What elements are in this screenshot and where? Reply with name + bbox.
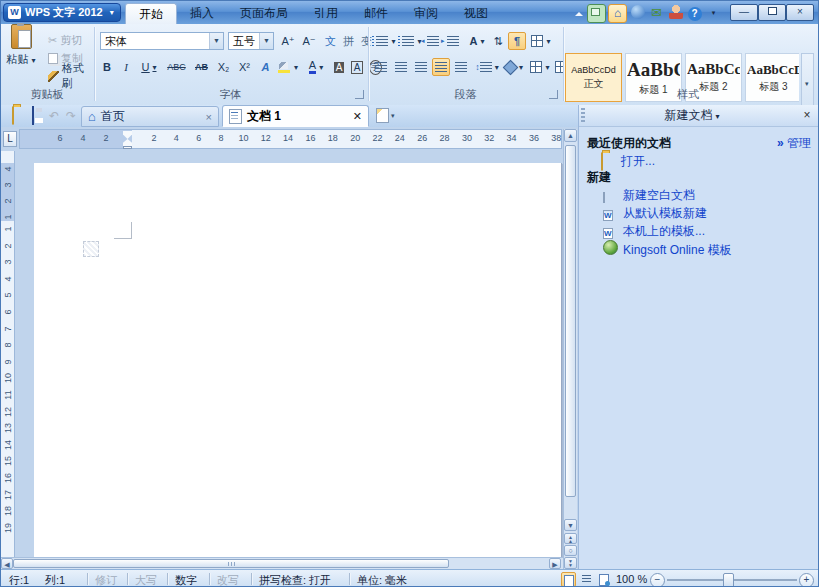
- more-dropdown-icon[interactable]: ▾: [705, 5, 722, 22]
- restore-button[interactable]: [758, 4, 786, 21]
- outline-view-button[interactable]: [579, 572, 594, 587]
- spellcheck-indicator[interactable]: 拼写检查: 打开: [259, 573, 331, 587]
- vertical-scroll-thumb[interactable]: [565, 145, 576, 497]
- overtype-indicator[interactable]: 改写: [217, 573, 239, 587]
- page-view-button[interactable]: [561, 572, 576, 587]
- paragraph-dialog-launcher[interactable]: [549, 90, 558, 99]
- track-changes-indicator[interactable]: 修订: [95, 573, 117, 587]
- scroll-up-button[interactable]: ▲: [564, 129, 577, 142]
- panel-title[interactable]: 新建文档: [585, 107, 799, 124]
- tab-insert[interactable]: 插入: [177, 3, 227, 24]
- open-file-button[interactable]: [5, 108, 21, 124]
- highlight-button[interactable]: [275, 58, 301, 76]
- shading-button[interactable]: [502, 58, 526, 76]
- chevron-down-icon[interactable]: ▼: [259, 33, 273, 49]
- new-document-tab-button[interactable]: ▾: [373, 107, 402, 124]
- tab-view[interactable]: 视图: [451, 3, 501, 24]
- kingsoft-online-templates-link[interactable]: Kingsoft Online 模板: [623, 242, 732, 259]
- scroll-left-button[interactable]: ◀: [1, 558, 13, 569]
- strikethrough-button[interactable]: AB: [191, 58, 212, 76]
- paste-button[interactable]: 粘贴: [1, 24, 41, 81]
- horizontal-scrollbar[interactable]: ◀ ▶: [1, 557, 563, 569]
- zoom-out-button[interactable]: −: [650, 573, 665, 587]
- web-view-button[interactable]: [596, 572, 611, 587]
- font-family-combo[interactable]: 宋体▼: [100, 32, 224, 50]
- borders-button[interactable]: [528, 58, 552, 76]
- left-indent-marker[interactable]: [123, 146, 132, 149]
- user-icon[interactable]: [667, 5, 684, 22]
- tab-mailings[interactable]: 邮件: [351, 3, 401, 24]
- shrink-font-button[interactable]: A⁻: [299, 32, 319, 50]
- next-page-button[interactable]: [564, 557, 577, 569]
- doc-tab-homepage[interactable]: ⌂ 首页 ×: [81, 106, 219, 127]
- vertical-scrollbar[interactable]: ▲ ▼ ○: [563, 129, 577, 569]
- caps-lock-indicator[interactable]: 大写: [135, 573, 157, 587]
- close-button[interactable]: ×: [786, 4, 814, 21]
- chevron-down-icon[interactable]: ▼: [209, 33, 223, 49]
- para-spacing-icon[interactable]: ⇅: [491, 32, 505, 50]
- redo-button[interactable]: ↷: [63, 108, 79, 124]
- scroll-down-button[interactable]: ▼: [564, 519, 577, 531]
- superscript-button[interactable]: X²: [235, 58, 254, 76]
- zoom-level[interactable]: 100 %: [616, 573, 647, 585]
- tab-review[interactable]: 审阅: [401, 3, 451, 24]
- select-browse-object-button[interactable]: ○: [564, 545, 577, 556]
- decrease-indent-button[interactable]: ◂: [424, 32, 442, 50]
- underline-button[interactable]: U: [137, 58, 161, 76]
- increase-indent-button[interactable]: ▸: [444, 32, 462, 50]
- doc-tab-document1[interactable]: 文档 1 ✕: [222, 105, 369, 127]
- switch-window-icon[interactable]: [587, 4, 606, 23]
- tab-page-layout[interactable]: 页面布局: [227, 3, 301, 24]
- tab-stop-selector[interactable]: L: [3, 131, 17, 147]
- line-spacing-button[interactable]: ↕: [474, 58, 500, 76]
- mail-icon[interactable]: ✉: [648, 5, 665, 22]
- text-direction-button[interactable]: [529, 32, 553, 50]
- font-color-button[interactable]: A: [303, 58, 329, 76]
- italic-button[interactable]: I: [118, 58, 134, 76]
- new-blank-document-link[interactable]: 新建空白文档: [623, 187, 695, 204]
- manage-link[interactable]: » 管理: [777, 135, 811, 152]
- collapse-ribbon-icon[interactable]: [571, 7, 585, 21]
- scroll-right-button[interactable]: ▶: [549, 558, 561, 569]
- char-scale-button[interactable]: A: [466, 32, 488, 50]
- panel-close-icon[interactable]: ×: [799, 108, 815, 124]
- save-button[interactable]: [25, 108, 41, 124]
- char-shading-button[interactable]: A: [331, 58, 347, 76]
- zoom-in-button[interactable]: +: [799, 573, 814, 587]
- subscript-button[interactable]: X₂: [214, 58, 233, 76]
- align-center-button[interactable]: [392, 58, 410, 76]
- numbering-button[interactable]: [398, 32, 422, 50]
- align-left-button[interactable]: [372, 58, 390, 76]
- cut-button[interactable]: ✂ 剪切: [48, 32, 94, 48]
- char-border-button[interactable]: A: [349, 58, 365, 76]
- home-icon[interactable]: ⌂: [608, 4, 627, 23]
- tab-references[interactable]: 引用: [301, 3, 351, 24]
- horizontal-scroll-thumb[interactable]: [13, 559, 449, 568]
- align-right-button[interactable]: [412, 58, 430, 76]
- undo-button[interactable]: ↶: [46, 108, 62, 124]
- justify-button[interactable]: [432, 58, 450, 76]
- document-page[interactable]: [34, 163, 562, 557]
- local-templates-link[interactable]: 本机上的模板...: [623, 223, 705, 240]
- open-document-link[interactable]: 打开...: [621, 153, 655, 170]
- new-from-default-template-link[interactable]: 从默认模板新建: [623, 205, 707, 222]
- num-lock-indicator[interactable]: 数字: [175, 573, 197, 587]
- text-tool-icon[interactable]: 文: [323, 32, 338, 50]
- browser-icon[interactable]: [629, 5, 646, 22]
- emphasis-mark-button[interactable]: ABC: [164, 58, 189, 76]
- close-tab-icon[interactable]: ✕: [353, 111, 362, 121]
- text-effect-button[interactable]: A: [258, 58, 273, 76]
- bold-button[interactable]: B: [98, 58, 116, 76]
- phonetic-guide-icon[interactable]: 拼: [341, 32, 356, 50]
- tab-home[interactable]: 开始: [125, 3, 177, 24]
- bullets-button[interactable]: [372, 32, 396, 50]
- font-dialog-launcher[interactable]: [355, 90, 364, 99]
- close-tab-icon[interactable]: ×: [206, 112, 212, 122]
- horizontal-ruler[interactable]: 6422468101214161820222426283032343638: [19, 129, 562, 149]
- wps-menu-button[interactable]: W WPS 文字 2012: [3, 3, 121, 22]
- vertical-ruler[interactable]: 432112345678910111213141516171819: [1, 151, 15, 557]
- distribute-button[interactable]: [452, 58, 470, 76]
- font-size-combo[interactable]: 五号▼: [228, 32, 274, 50]
- help-icon[interactable]: ?: [686, 5, 703, 22]
- minimize-button[interactable]: —: [730, 4, 758, 21]
